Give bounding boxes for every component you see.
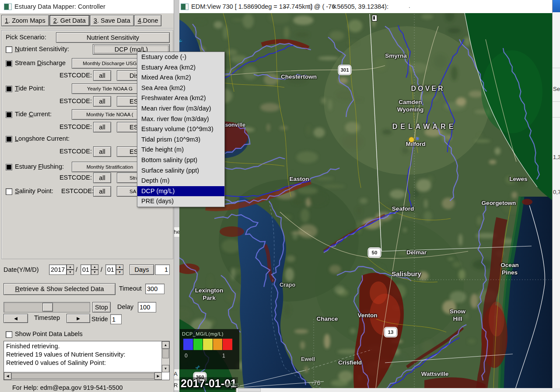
maximize-icon[interactable]: □ [300, 0, 321, 13]
dropdown-item[interactable]: PRE (days) [137, 196, 224, 207]
tide-point-checkbox[interactable] [6, 86, 12, 92]
dropdown-item[interactable]: Estuary Area (km2) [137, 62, 224, 73]
dropdown-item[interactable]: Mean river flow (m3/day) [137, 104, 224, 114]
scroll-right-icon[interactable]: ▶ [154, 372, 162, 380]
legend-swatch [223, 339, 232, 350]
date-separator: / [101, 266, 102, 273]
nutrient-sensitivity-checkbox[interactable] [6, 46, 12, 53]
estcode-all-button[interactable]: all [93, 173, 111, 183]
status-line: Retrieved 19 values of Nutrient Sensitiv… [6, 350, 160, 359]
legend-title: DCP_MG/L(mg/L) [180, 329, 239, 336]
scrollbar-thumb[interactable] [238, 388, 261, 392]
dropdown-item[interactable]: Tide height (m) [137, 145, 224, 155]
estcode-all-button[interactable]: all [93, 70, 111, 81]
map-window-titlebar[interactable]: EDM:View 730 [ 1.58690deg = 137.745km] @… [177, 0, 552, 14]
timestep-forward-button[interactable]: ▶ [66, 314, 90, 323]
minimize-icon[interactable]: — [276, 0, 297, 13]
map-marker-icon [372, 15, 377, 21]
longshore-current-checkbox[interactable] [6, 136, 12, 142]
dropdown-item[interactable]: DCP (mg/L) [137, 186, 224, 197]
spin-down-icon[interactable]: ▼ [91, 270, 98, 275]
dropdown-item[interactable]: Estuary volume (10^9m3) [137, 124, 224, 135]
close-icon[interactable]: × [324, 0, 345, 13]
day-field[interactable]: 01 [105, 264, 116, 275]
slider-thumb[interactable] [42, 303, 53, 312]
tide-current-label: Tide Current: [15, 111, 52, 118]
zoom-maps-button[interactable]: 1. Zoom Maps [1, 15, 49, 26]
status-line: Finished retrieving. [6, 342, 160, 350]
spin-up-icon[interactable]: ▲ [116, 264, 123, 270]
tide-current-checkbox[interactable] [6, 111, 12, 118]
spin-down-icon[interactable]: ▼ [66, 270, 74, 275]
spin-up-icon[interactable]: ▲ [91, 264, 98, 270]
estuary-flushing-label: Estuary Flushing: [15, 163, 64, 170]
salinity-point-label: Salinity Point: [15, 187, 53, 194]
scroll-up-icon[interactable]: ▲ [162, 341, 169, 349]
background-window-text-fragment: 0,7 [553, 189, 560, 195]
timeout-label: Timeout [119, 285, 142, 292]
map-canvas[interactable]: SmyrnaChestertownDOVERCamden WyomingDELA… [179, 13, 552, 392]
status-message-box[interactable]: Finished retrieving.Retrieved 19 values … [4, 341, 170, 380]
background-window-text-fragment: he [174, 227, 179, 237]
day-stepper[interactable]: ▲ ▼ [116, 264, 123, 275]
background-window-text-fragment: R [174, 381, 179, 390]
dropdown-item[interactable]: Tidal prism (10^9m3) [137, 135, 224, 145]
timestep-back-button[interactable]: ◀ [4, 314, 28, 323]
show-point-data-labels-checkbox[interactable] [6, 331, 12, 338]
timeout-field[interactable]: 300 [145, 284, 164, 294]
show-point-data-labels-label: Show Point Data Labels [15, 330, 83, 337]
salinity-point-checkbox[interactable] [6, 188, 12, 195]
background-window-sliver: Sea1,30,7 [552, 0, 560, 392]
dropdown-item[interactable]: Bottom salinity (ppt) [137, 155, 224, 166]
app-icon [4, 3, 12, 10]
scrollbar-thumb[interactable] [162, 349, 169, 358]
estuary-flushing-checkbox[interactable] [6, 164, 12, 170]
estcode-all-button[interactable]: all [93, 122, 111, 132]
controller-toolbar: 1. Zoom Maps2. Get Data3. Save Data4.Don… [0, 14, 173, 28]
legend-swatch [213, 339, 223, 350]
retrieve-button[interactable]: Retrieve & Show Selected Data [4, 283, 116, 295]
vertical-scrollbar[interactable]: ▲ ▼ [161, 341, 169, 372]
estcode-all-button[interactable]: all [93, 186, 111, 197]
year-field[interactable]: 2017 [49, 264, 66, 275]
dropdown-item[interactable]: Sea Area (km2) [137, 83, 224, 94]
dropdown-item[interactable]: Mixed Area (km2) [137, 73, 224, 83]
tide-point-label: Tide Point: [15, 85, 45, 92]
month-field[interactable]: 01 [80, 264, 91, 275]
estcode-label: ESTCODE: [48, 174, 92, 181]
spin-up-icon[interactable]: ▲ [66, 264, 74, 270]
desktop: EDM:View 730 [ 1.58690deg = 137.745km] @… [0, 0, 560, 392]
dropdown-item[interactable]: Depth (m) [137, 176, 224, 186]
stride-field[interactable]: 1 [110, 314, 122, 324]
horizontal-scrollbar[interactable]: ◀ ▶ [4, 372, 162, 380]
legend-swatch [203, 339, 213, 350]
stream-discharge-checkbox[interactable] [6, 60, 12, 67]
dropdown-item[interactable]: Max. river flow (m3/day) [137, 114, 224, 125]
scroll-left-icon[interactable]: ◀ [4, 372, 11, 380]
scrollbar-thumb[interactable] [11, 373, 154, 379]
scroll-down-icon[interactable]: ▼ [162, 365, 169, 372]
dropdown-item[interactable]: Estuary code (-) [137, 52, 224, 62]
estcode-all-button[interactable]: all [93, 146, 111, 157]
pick-scenario-button[interactable]: Nutrient Sensitivity [56, 32, 170, 43]
legend-swatches [183, 339, 233, 350]
estcode-all-button[interactable]: all [93, 96, 111, 107]
stop-button[interactable]: Stop [92, 302, 111, 312]
save-data-button[interactable]: 3. Save Data [90, 15, 134, 26]
days-button[interactable]: Days [130, 264, 154, 275]
controller-titlebar[interactable]: Estuary Data Mapper: Controller — □ × [0, 0, 174, 14]
legend-swatch [193, 339, 203, 350]
year-stepper[interactable]: ▲ ▼ [66, 264, 74, 275]
controller-title: Estuary Data Mapper: Controller [14, 3, 105, 10]
month-stepper[interactable]: ▲ ▼ [91, 264, 98, 275]
get-data-button[interactable]: 2. Get Data [49, 15, 90, 26]
days-field[interactable]: 1 [155, 264, 170, 275]
dropdown-item[interactable]: Freshwater Area (km2) [137, 93, 224, 104]
delay-field[interactable]: 100 [138, 302, 156, 312]
date-label: Date(Y/M/D) [4, 266, 39, 273]
spin-down-icon[interactable]: ▼ [116, 270, 123, 275]
done-button[interactable]: 4.Done [134, 15, 162, 26]
route-shield: 13 [385, 328, 397, 337]
dropdown-item[interactable]: Surface salinity (ppt) [137, 166, 224, 176]
timestep-slider[interactable] [4, 302, 90, 312]
